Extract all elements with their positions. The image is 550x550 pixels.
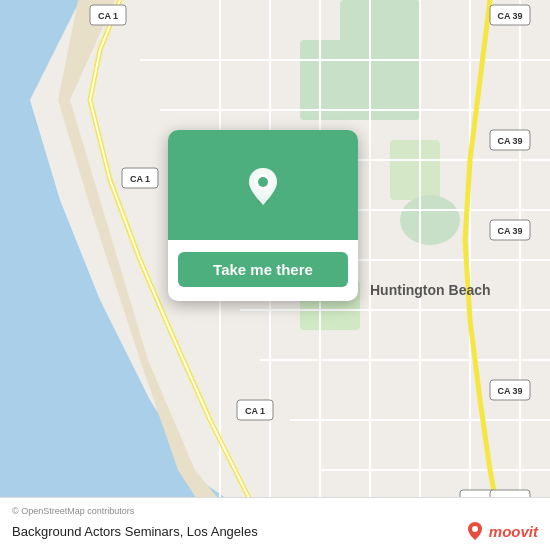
location-pin-icon (241, 163, 285, 207)
svg-text:CA 1: CA 1 (245, 406, 265, 416)
moovit-logo-icon (464, 520, 486, 542)
popup-card: Take me there (168, 130, 358, 301)
svg-text:CA 39: CA 39 (497, 11, 522, 21)
svg-text:CA 39: CA 39 (497, 136, 522, 146)
moovit-logo: moovit (464, 520, 538, 542)
svg-text:Huntington Beach: Huntington Beach (370, 282, 491, 298)
svg-point-48 (472, 526, 478, 532)
location-title: Background Actors Seminars, Los Angeles (12, 524, 258, 539)
popup-header (168, 130, 358, 240)
svg-point-5 (400, 195, 460, 245)
svg-text:CA 39: CA 39 (497, 226, 522, 236)
popup-body: Take me there (168, 240, 358, 301)
svg-point-47 (258, 177, 268, 187)
svg-text:CA 39: CA 39 (497, 386, 522, 396)
svg-text:CA 1: CA 1 (130, 174, 150, 184)
svg-rect-4 (390, 140, 440, 200)
map-container: Huntington Beach CA 1 CA 39 CA 1 CA 39 C… (0, 0, 550, 550)
moovit-brand-text: moovit (489, 523, 538, 540)
bottom-bar: © OpenStreetMap contributors Background … (0, 497, 550, 550)
attribution-text: © OpenStreetMap contributors (12, 506, 538, 516)
take-me-there-button[interactable]: Take me there (178, 252, 348, 287)
svg-text:CA 1: CA 1 (98, 11, 118, 21)
svg-rect-3 (300, 40, 360, 120)
